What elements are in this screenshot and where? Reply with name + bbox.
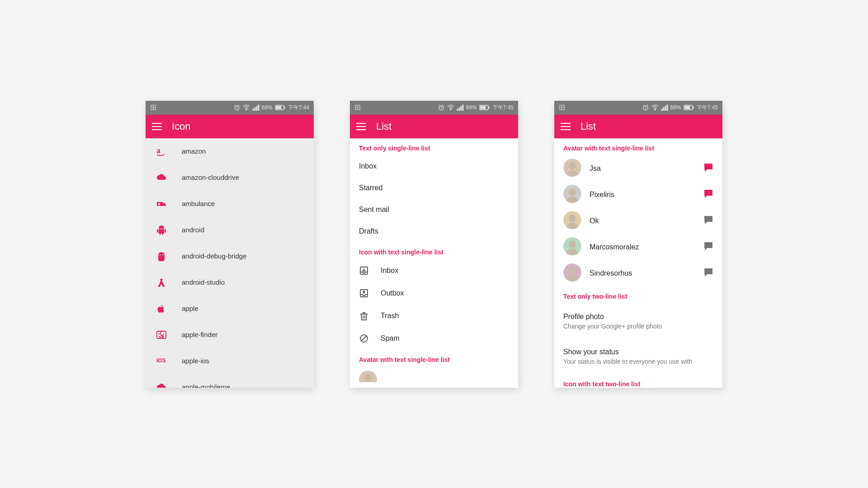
list-label: apple-ios [182, 357, 209, 365]
alarm-icon [233, 104, 241, 111]
avatar-list-item[interactable]: Sindresorhus [554, 260, 722, 286]
section-header-icon-text: Icon with text single-line list [350, 242, 518, 259]
menu-icon[interactable] [356, 123, 366, 130]
text-list-item[interactable]: Drafts [350, 221, 518, 242]
app-header: Icon [146, 115, 314, 138]
battery-icon [275, 104, 286, 111]
app-header: List [350, 115, 518, 138]
trash-icon [359, 311, 369, 320]
expand-icon [559, 104, 565, 111]
list-label: Spam [381, 334, 400, 343]
list-label: apple [182, 305, 198, 312]
two-line-list-item[interactable]: Show your status Your status is visible … [554, 339, 722, 374]
signal-icon [661, 104, 668, 111]
section-header-avatar-text: Avatar with text single-line list [554, 138, 722, 155]
icon-text-list-item[interactable]: Inbox [350, 259, 518, 282]
expand-icon [150, 104, 156, 111]
inbox-in-icon [359, 266, 369, 275]
status-bar: 68% 下午7:45 [350, 101, 518, 115]
list-label: Jsa [590, 164, 601, 173]
adb-icon [156, 251, 166, 261]
two-line-list-item[interactable]: Profile photo Change your Google+ profil… [554, 304, 722, 339]
list-label: Drafts [359, 227, 378, 235]
amazon-icon [156, 146, 166, 156]
battery-icon [684, 104, 694, 111]
ambulance-icon [156, 199, 166, 209]
screen-list-1: 68% 下午7:45 List Text only single-line li… [350, 101, 518, 388]
wifi-icon [243, 104, 250, 111]
ios-icon [156, 356, 166, 366]
list-secondary: Change your Google+ profile photo [563, 323, 713, 330]
icon-text-list-item[interactable]: Spam [350, 327, 518, 350]
list-label: amazon-clouddrive [182, 174, 239, 181]
list-label: Sent mail [359, 206, 389, 214]
list-primary: Show your status [563, 348, 713, 356]
page-title: List [580, 121, 596, 132]
icon-list-item[interactable]: apple [146, 296, 314, 322]
chat-icon[interactable] [703, 241, 713, 253]
signal-icon [252, 104, 259, 111]
avatar-list-item[interactable]: Pixeliris [554, 182, 722, 208]
avatar-list-item[interactable]: Marcosmoralez [554, 234, 722, 260]
icon-list-item[interactable]: android [146, 217, 314, 243]
icon-list-item[interactable]: android-debug-bridge [146, 243, 314, 269]
list-label: Outbox [381, 289, 404, 297]
cloud-icon [156, 173, 166, 183]
icon-list-item[interactable]: amazon [146, 138, 314, 164]
list-label: apple-finder [182, 331, 217, 338]
list-label: Sindresorhus [590, 269, 632, 277]
battery-icon [479, 104, 490, 111]
page-title: Icon [172, 121, 191, 132]
avatar [563, 237, 581, 257]
avatar-list-item[interactable] [350, 367, 518, 382]
avatar-list-item[interactable]: Jsa [554, 155, 722, 182]
menu-icon[interactable] [561, 123, 571, 130]
battery-text: 68% [262, 104, 273, 111]
signal-icon [457, 104, 464, 111]
compass-icon [156, 277, 166, 287]
icon-text-list-item[interactable]: Outbox [350, 282, 518, 305]
chat-icon[interactable] [703, 163, 713, 174]
icon-text-list-item[interactable]: Trash [350, 305, 518, 327]
status-time: 下午7:45 [697, 104, 718, 112]
icon-list-item[interactable]: amazon-clouddrive [146, 164, 314, 191]
list-label: Trash [381, 312, 399, 320]
finder-icon [156, 330, 166, 340]
block-icon [359, 334, 369, 343]
avatar [563, 159, 581, 178]
section-header-icon-two-line: Icon with text two-line list [554, 374, 722, 388]
wifi-icon [447, 104, 454, 111]
list-label: ambulance [182, 200, 215, 207]
text-list-item[interactable]: Inbox [350, 155, 518, 177]
status-bar: 68% 下午7:44 [146, 101, 314, 115]
icon-list-item[interactable]: android-studio [146, 269, 314, 296]
icon-list-item[interactable]: ambulance [146, 191, 314, 217]
android-icon [156, 225, 166, 235]
chat-icon[interactable] [703, 267, 713, 279]
icon-list-item[interactable]: apple-mobileme [146, 374, 314, 388]
battery-text: 68% [466, 104, 477, 111]
icon-list-item[interactable]: apple-finder [146, 322, 314, 348]
list-secondary: Your status is visible to everyone you u… [563, 358, 713, 365]
avatar [563, 211, 581, 231]
status-time: 下午7:45 [492, 104, 514, 112]
list-label: Marcosmoralez [590, 243, 639, 251]
chat-icon[interactable] [703, 189, 713, 201]
icon-list-item[interactable]: apple-ios [146, 348, 314, 374]
wifi-icon [651, 104, 659, 111]
list-primary: Profile photo [563, 313, 713, 321]
avatar-list-item[interactable]: Ok [554, 208, 722, 234]
text-list-item[interactable]: Sent mail [350, 199, 518, 221]
expand-icon [354, 104, 361, 111]
avatar [563, 263, 581, 283]
chat-icon[interactable] [703, 215, 713, 227]
list-label: Starred [359, 184, 382, 192]
list-label: amazon [182, 147, 206, 155]
text-list-item[interactable]: Starred [350, 177, 518, 199]
menu-icon[interactable] [152, 123, 162, 130]
battery-text: 68% [670, 104, 681, 111]
alarm-icon [438, 104, 445, 111]
list-label: android-studio [182, 278, 225, 286]
list-label: Ok [590, 217, 599, 225]
apple-icon [156, 304, 166, 314]
